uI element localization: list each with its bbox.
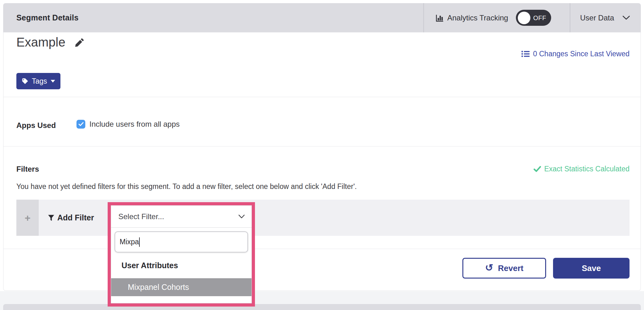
save-button-label: Save: [582, 263, 601, 273]
header-divider-right: [570, 3, 570, 32]
section-divider: [3, 249, 641, 249]
toggle-knob: [518, 12, 530, 24]
changes-since-last-viewed-link[interactable]: 0 Changes Since Last Viewed: [521, 50, 630, 58]
text-cursor: [139, 237, 140, 247]
save-button[interactable]: Save: [553, 258, 630, 279]
exact-statistics-label: Exact Statistics Calculated: [544, 165, 630, 173]
filter-funnel-icon: [48, 214, 54, 221]
filter-dropdown-menu: Mixpa User Attributes Mixpanel Cohorts: [111, 228, 251, 303]
filter-select-control[interactable]: Select Filter...: [111, 206, 251, 228]
analytics-tracking-control: Analytics Tracking OFF: [435, 3, 551, 32]
card-body: [3, 32, 641, 291]
include-all-apps-checkbox[interactable]: [76, 120, 85, 129]
filters-description: You have not yet defined filters for thi…: [16, 182, 357, 191]
tags-button[interactable]: Tags: [16, 73, 60, 89]
caret-down-icon: [51, 80, 55, 83]
footer-actions: ↺ Revert Save: [462, 258, 630, 279]
bar-chart-icon: [435, 14, 444, 22]
add-filter-label: Add Filter: [57, 213, 94, 222]
apps-used-label: Apps Used: [16, 121, 56, 130]
page-title: Segment Details: [16, 3, 79, 32]
dropdown-group-header: User Attributes: [121, 261, 251, 270]
include-all-apps-label: Include users from all apps: [89, 120, 180, 129]
exact-statistics-status: Exact Statistics Calculated: [534, 165, 630, 173]
apps-used-checkbox-row: Include users from all apps: [76, 120, 180, 129]
analytics-tracking-label: Analytics Tracking: [447, 14, 508, 22]
toggle-state-label: OFF: [533, 14, 546, 21]
filter-select-value: Select Filter...: [118, 212, 164, 221]
card-header: Segment Details Analytics Tracking OFF U…: [3, 3, 641, 32]
filter-search-value: Mixpa: [120, 238, 139, 246]
filter-search-input[interactable]: Mixpa: [115, 231, 248, 252]
header-divider-left: [423, 3, 424, 32]
revert-icon: ↺: [485, 263, 493, 273]
next-panel-header: [3, 304, 641, 310]
chevron-down-icon: [238, 214, 245, 219]
highlight-annotation-box: Select Filter... Mixpa User Attributes M…: [108, 202, 255, 307]
user-data-dropdown[interactable]: User Data: [580, 3, 630, 32]
segment-details-page: Segment Details Analytics Tracking OFF U…: [0, 0, 644, 310]
segment-name-row: Example: [16, 35, 85, 49]
add-filter-button[interactable]: Add Filter: [48, 200, 94, 236]
section-divider: [3, 97, 641, 97]
tags-button-label: Tags: [32, 77, 47, 86]
filter-select-dropdown: Select Filter... Mixpa User Attributes M…: [111, 205, 252, 303]
user-data-label: User Data: [580, 14, 614, 22]
revert-button[interactable]: ↺ Revert: [462, 258, 546, 279]
changes-link-label: 0 Changes Since Last Viewed: [533, 50, 630, 58]
check-icon: [534, 166, 541, 172]
filters-section-label: Filters: [16, 165, 39, 174]
revert-button-label: Revert: [498, 263, 523, 273]
plus-icon: +: [25, 213, 31, 223]
analytics-tracking-toggle[interactable]: OFF: [516, 10, 551, 26]
dropdown-option-mixpanel-cohorts[interactable]: Mixpanel Cohorts: [111, 278, 251, 296]
add-filter-plus-button[interactable]: +: [16, 200, 39, 236]
changelog-list-icon: [521, 50, 530, 58]
chevron-down-icon: [622, 15, 630, 20]
edit-pencil-icon[interactable]: [74, 37, 85, 48]
section-divider: [3, 146, 641, 147]
segment-name: Example: [16, 35, 65, 49]
tag-icon: [22, 78, 28, 85]
